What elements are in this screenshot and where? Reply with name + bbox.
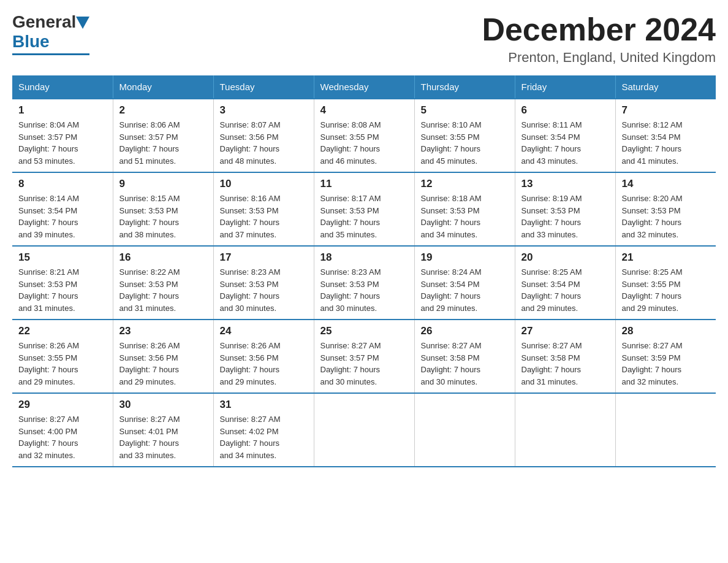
calendar-cell: 8 Sunrise: 8:14 AMSunset: 3:54 PMDayligh… (12, 172, 113, 246)
day-number: 2 (119, 104, 207, 117)
day-number: 18 (320, 251, 408, 264)
day-info: Sunrise: 8:19 AMSunset: 3:53 PMDaylight:… (521, 194, 582, 239)
day-info: Sunrise: 8:18 AMSunset: 3:53 PMDaylight:… (421, 194, 482, 239)
day-info: Sunrise: 8:07 AMSunset: 3:56 PMDaylight:… (220, 120, 281, 166)
day-info: Sunrise: 8:24 AMSunset: 3:54 PMDaylight:… (421, 267, 482, 313)
day-info: Sunrise: 8:27 AMSunset: 4:01 PMDaylight:… (119, 415, 180, 460)
day-number: 20 (521, 251, 609, 264)
calendar-cell: 30 Sunrise: 8:27 AMSunset: 4:01 PMDaylig… (113, 393, 213, 467)
calendar-week-row: 29 Sunrise: 8:27 AMSunset: 4:00 PMDaylig… (12, 393, 716, 467)
day-info: Sunrise: 8:11 AMSunset: 3:54 PMDaylight:… (521, 120, 582, 166)
calendar-cell: 20 Sunrise: 8:25 AMSunset: 3:54 PMDaylig… (515, 246, 615, 320)
calendar-cell: 12 Sunrise: 8:18 AMSunset: 3:53 PMDaylig… (414, 172, 515, 246)
calendar-cell: 13 Sunrise: 8:19 AMSunset: 3:53 PMDaylig… (515, 172, 615, 246)
calendar-cell: 22 Sunrise: 8:26 AMSunset: 3:55 PMDaylig… (12, 320, 113, 393)
day-number: 23 (119, 325, 207, 337)
day-info: Sunrise: 8:16 AMSunset: 3:53 PMDaylight:… (220, 194, 281, 239)
day-info: Sunrise: 8:14 AMSunset: 3:54 PMDaylight:… (18, 194, 79, 239)
day-number: 4 (320, 104, 408, 117)
calendar-cell: 5 Sunrise: 8:10 AMSunset: 3:55 PMDayligh… (414, 99, 515, 172)
day-info: Sunrise: 8:25 AMSunset: 3:55 PMDaylight:… (622, 267, 683, 313)
day-info: Sunrise: 8:23 AMSunset: 3:53 PMDaylight:… (220, 267, 281, 313)
weekday-header-thursday: Thursday (414, 75, 515, 99)
calendar-cell: 31 Sunrise: 8:27 AMSunset: 4:02 PMDaylig… (213, 393, 314, 467)
day-number: 19 (421, 251, 509, 264)
calendar-cell: 17 Sunrise: 8:23 AMSunset: 3:53 PMDaylig… (213, 246, 314, 320)
day-number: 31 (220, 399, 308, 411)
day-number: 11 (320, 178, 408, 190)
calendar-week-row: 8 Sunrise: 8:14 AMSunset: 3:54 PMDayligh… (12, 172, 716, 246)
day-number: 26 (421, 325, 509, 337)
calendar-cell: 21 Sunrise: 8:25 AMSunset: 3:55 PMDaylig… (615, 246, 716, 320)
day-number: 10 (220, 178, 308, 190)
day-number: 5 (421, 104, 509, 117)
weekday-header-wednesday: Wednesday (314, 75, 414, 99)
calendar-cell (515, 393, 615, 467)
page-subtitle: Prenton, England, United Kingdom (482, 50, 716, 66)
day-info: Sunrise: 8:27 AMSunset: 3:57 PMDaylight:… (320, 341, 381, 386)
day-number: 13 (521, 178, 609, 190)
day-info: Sunrise: 8:26 AMSunset: 3:55 PMDaylight:… (18, 341, 79, 386)
calendar-cell: 7 Sunrise: 8:12 AMSunset: 3:54 PMDayligh… (615, 99, 716, 172)
day-info: Sunrise: 8:23 AMSunset: 3:53 PMDaylight:… (320, 267, 381, 313)
day-number: 16 (119, 251, 207, 264)
day-number: 3 (220, 104, 308, 117)
logo: General Blue (12, 12, 89, 55)
calendar-cell: 1 Sunrise: 8:04 AMSunset: 3:57 PMDayligh… (12, 99, 113, 172)
day-number: 8 (18, 178, 107, 190)
weekday-header-monday: Monday (113, 75, 213, 99)
day-info: Sunrise: 8:27 AMSunset: 3:58 PMDaylight:… (421, 341, 482, 386)
calendar-table: SundayMondayTuesdayWednesdayThursdayFrid… (12, 75, 716, 467)
calendar-week-row: 22 Sunrise: 8:26 AMSunset: 3:55 PMDaylig… (12, 320, 716, 393)
day-number: 27 (521, 325, 609, 337)
logo-underline (12, 53, 89, 55)
day-info: Sunrise: 8:17 AMSunset: 3:53 PMDaylight:… (320, 194, 381, 239)
day-number: 7 (622, 104, 710, 117)
day-info: Sunrise: 8:27 AMSunset: 3:58 PMDaylight:… (521, 341, 582, 386)
day-number: 30 (119, 399, 207, 411)
calendar-cell: 16 Sunrise: 8:22 AMSunset: 3:53 PMDaylig… (113, 246, 213, 320)
page-header: General Blue December 2024 Prenton, Engl… (12, 12, 716, 66)
weekday-header-friday: Friday (515, 75, 615, 99)
day-number: 1 (18, 104, 107, 117)
calendar-cell: 18 Sunrise: 8:23 AMSunset: 3:53 PMDaylig… (314, 246, 414, 320)
day-number: 9 (119, 178, 207, 190)
calendar-cell: 3 Sunrise: 8:07 AMSunset: 3:56 PMDayligh… (213, 99, 314, 172)
calendar-week-row: 15 Sunrise: 8:21 AMSunset: 3:53 PMDaylig… (12, 246, 716, 320)
calendar-cell: 11 Sunrise: 8:17 AMSunset: 3:53 PMDaylig… (314, 172, 414, 246)
calendar-cell: 15 Sunrise: 8:21 AMSunset: 3:53 PMDaylig… (12, 246, 113, 320)
logo-triangle-icon (76, 17, 89, 29)
calendar-cell: 4 Sunrise: 8:08 AMSunset: 3:55 PMDayligh… (314, 99, 414, 172)
calendar-cell: 26 Sunrise: 8:27 AMSunset: 3:58 PMDaylig… (414, 320, 515, 393)
day-info: Sunrise: 8:04 AMSunset: 3:57 PMDaylight:… (18, 120, 79, 166)
logo-general-text: General (12, 12, 76, 32)
calendar-week-row: 1 Sunrise: 8:04 AMSunset: 3:57 PMDayligh… (12, 99, 716, 172)
calendar-cell: 19 Sunrise: 8:24 AMSunset: 3:54 PMDaylig… (414, 246, 515, 320)
day-info: Sunrise: 8:15 AMSunset: 3:53 PMDaylight:… (119, 194, 180, 239)
day-info: Sunrise: 8:08 AMSunset: 3:55 PMDaylight:… (320, 120, 381, 166)
page-title: December 2024 (482, 12, 716, 47)
calendar-cell: 10 Sunrise: 8:16 AMSunset: 3:53 PMDaylig… (213, 172, 314, 246)
calendar-cell: 6 Sunrise: 8:11 AMSunset: 3:54 PMDayligh… (515, 99, 615, 172)
day-number: 15 (18, 251, 107, 264)
day-info: Sunrise: 8:20 AMSunset: 3:53 PMDaylight:… (622, 194, 683, 239)
day-number: 6 (521, 104, 609, 117)
logo-blue-text: Blue (12, 32, 50, 51)
day-info: Sunrise: 8:12 AMSunset: 3:54 PMDaylight:… (622, 120, 683, 166)
calendar-cell (414, 393, 515, 467)
day-number: 29 (18, 399, 107, 411)
calendar-cell (314, 393, 414, 467)
day-number: 14 (622, 178, 710, 190)
calendar-cell: 9 Sunrise: 8:15 AMSunset: 3:53 PMDayligh… (113, 172, 213, 246)
day-info: Sunrise: 8:27 AMSunset: 3:59 PMDaylight:… (622, 341, 683, 386)
calendar-cell: 2 Sunrise: 8:06 AMSunset: 3:57 PMDayligh… (113, 99, 213, 172)
day-info: Sunrise: 8:26 AMSunset: 3:56 PMDaylight:… (220, 341, 281, 386)
svg-marker-0 (76, 17, 89, 29)
calendar-cell: 29 Sunrise: 8:27 AMSunset: 4:00 PMDaylig… (12, 393, 113, 467)
day-number: 25 (320, 325, 408, 337)
day-info: Sunrise: 8:10 AMSunset: 3:55 PMDaylight:… (421, 120, 482, 166)
day-number: 17 (220, 251, 308, 264)
day-info: Sunrise: 8:25 AMSunset: 3:54 PMDaylight:… (521, 267, 582, 313)
day-number: 28 (622, 325, 710, 337)
weekday-header-saturday: Saturday (615, 75, 716, 99)
